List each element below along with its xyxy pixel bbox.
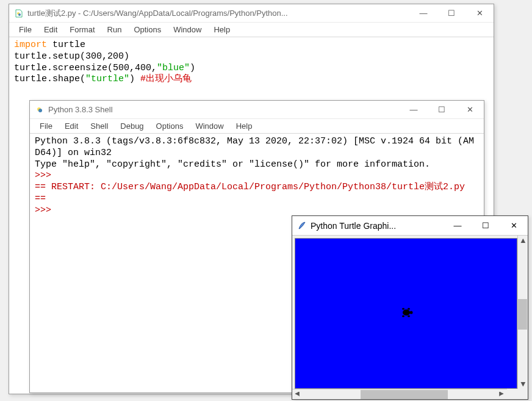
scroll-corner [517,389,528,399]
minimize-button[interactable]: — [409,4,437,22]
svg-point-8 [402,308,404,309]
scroll-right-icon[interactable]: ⯈ [497,389,507,400]
maximize-button[interactable]: ☐ [428,101,456,118]
turtle-title: Python Turtle Graphi... [311,221,444,231]
turtle-cursor-icon [399,306,414,321]
scroll-left-icon[interactable]: ⯇ [292,389,303,400]
svg-point-11 [408,315,410,317]
menu-file[interactable]: File [13,24,38,35]
editor-menubar: File Edit Format Run Options Window Help [9,23,494,37]
menu-shell[interactable]: Shell [84,120,114,132]
menu-window[interactable]: Window [167,24,207,35]
menu-file[interactable]: File [34,120,59,132]
menu-window[interactable]: Window [189,120,229,132]
editor-title: turtle测试2.py - C:/Users/Wang/AppData/Loc… [27,8,409,19]
menu-options[interactable]: Options [128,24,167,35]
menu-options[interactable]: Options [150,120,190,132]
menu-edit[interactable]: Edit [38,24,63,35]
keyword-import: import [14,40,47,50]
string-blue: "blue" [157,63,190,73]
scroll-down-icon[interactable]: ⯆ [518,378,528,389]
prompt: >>> [35,170,57,181]
svg-point-5 [38,109,42,112]
menu-help[interactable]: Help [207,24,236,35]
svg-point-10 [408,308,410,309]
python-file-icon [14,9,24,18]
scrollbar-thumb[interactable] [518,299,527,330]
close-button[interactable]: ✕ [456,101,484,118]
close-button[interactable]: ✕ [466,4,494,22]
prompt: >>> [35,205,57,215]
menu-edit[interactable]: Edit [59,120,84,132]
editor-titlebar[interactable]: turtle测试2.py - C:/Users/Wang/AppData/Loc… [9,4,494,23]
svg-point-9 [402,315,404,317]
feather-icon [297,221,307,231]
shell-output-area[interactable]: Python 3.8.3 (tags/v3.8.3:6f8c832, May 1… [30,134,484,219]
python-shell-icon [35,105,45,115]
menu-debug[interactable]: Debug [114,120,149,132]
svg-point-6 [403,309,410,316]
minimize-button[interactable]: — [444,216,472,235]
string-turtle: "turtle" [85,74,129,84]
vertical-scrollbar[interactable]: ⯅ ⯆ [517,236,528,389]
menu-format[interactable]: Format [63,24,101,35]
shell-menubar: File Edit Shell Debug Options Window Hel… [30,119,484,134]
minimize-button[interactable]: — [400,101,428,118]
svg-point-2 [18,13,21,16]
shell-title: Python 3.8.3 Shell [48,105,400,114]
turtle-window: Python Turtle Graphi... — ☐ ✕ [292,215,528,400]
editor-code-area[interactable]: import turtle turtle.setup(300,200) turt… [9,37,494,88]
turtle-canvas[interactable] [295,238,517,389]
horizontal-scrollbar[interactable]: ⯇ ⯈ [292,389,507,399]
restart-line: == RESTART: C:/Users/Wang/AppData/Local/… [35,182,470,192]
turtle-titlebar[interactable]: Python Turtle Graphi... — ☐ ✕ [292,216,528,236]
menu-run[interactable]: Run [101,24,128,35]
comment: #出现小乌龟 [140,74,192,84]
scroll-up-icon[interactable]: ⯅ [518,236,528,246]
close-button[interactable]: ✕ [500,216,528,235]
svg-point-7 [409,311,412,314]
shell-titlebar[interactable]: Python 3.8.3 Shell — ☐ ✕ [30,101,484,119]
scrollbar-thumb[interactable] [361,390,448,399]
maximize-button[interactable]: ☐ [472,216,500,235]
menu-help[interactable]: Help [230,120,259,132]
maximize-button[interactable]: ☐ [437,4,466,22]
